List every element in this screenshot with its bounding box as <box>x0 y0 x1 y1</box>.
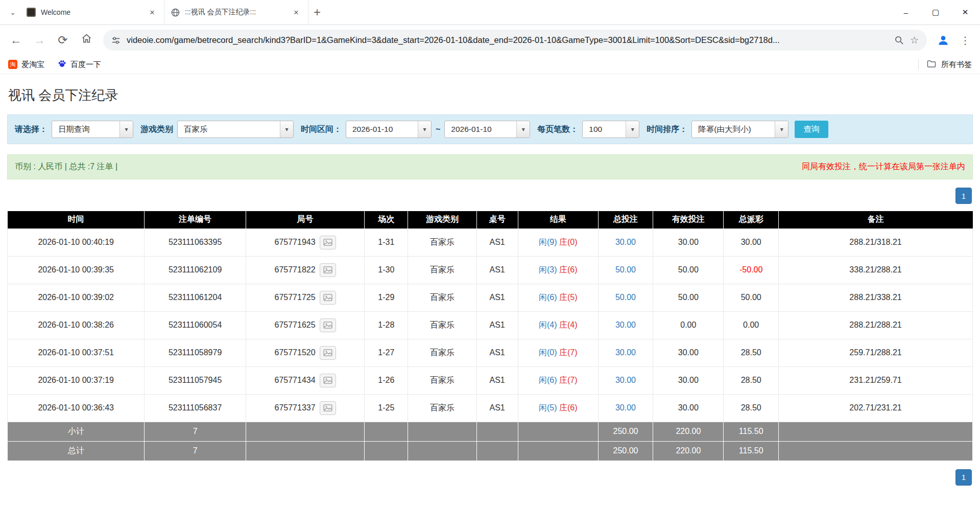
payout-value: 50.00 <box>741 293 761 302</box>
column-header: 注单编号 <box>145 211 246 228</box>
maximize-button[interactable]: ▢ <box>921 0 950 25</box>
round-replay-icon[interactable] <box>320 263 336 277</box>
note-warning: 同局有效投注，统一计算在该局第一张注单内 <box>802 162 965 172</box>
cell-payout: 50.00 <box>724 284 779 311</box>
column-header: 总派彩 <box>724 211 779 228</box>
result-player: 闲(5) <box>539 403 557 412</box>
pagination-page-1[interactable]: 1 <box>955 188 972 204</box>
subtotal-row: 小计7250.00220.00115.50 <box>8 422 973 441</box>
cell-game-kind: 百家乐 <box>408 366 476 394</box>
back-button[interactable]: ← <box>5 30 27 51</box>
footer-total-bet: 250.00 <box>598 422 653 441</box>
round-number: 675771625 <box>275 320 316 329</box>
profile-avatar[interactable] <box>933 30 953 51</box>
cell-payout: 30.00 <box>724 228 779 256</box>
cell-valid-bet: 0.00 <box>653 311 724 339</box>
bookmarks-bar: 淘 爱淘宝 百度一下 所有书签 <box>0 55 980 74</box>
cell-table-no: AS1 <box>476 311 518 339</box>
zoom-icon[interactable] <box>894 35 904 45</box>
cell-payout: 0.00 <box>724 311 779 339</box>
cell-game-kind: 百家乐 <box>408 394 476 422</box>
home-button[interactable] <box>76 30 97 51</box>
cell-payout: 28.50 <box>724 366 779 394</box>
footer-count: 7 <box>145 441 246 461</box>
total-bet-link[interactable]: 50.00 <box>615 293 636 302</box>
per-page-label: 每页笔数： <box>537 124 578 135</box>
payout-value: 28.50 <box>741 376 761 384</box>
date-start-select[interactable]: 2026-01-10 ▾ <box>346 121 432 138</box>
tab-title: :::视讯 会员下注纪录::: <box>185 8 285 17</box>
bookmark-aitaobao[interactable]: 淘 爱淘宝 <box>8 60 44 70</box>
tab-search-button[interactable]: ⌄ <box>5 5 20 20</box>
total-bet-link[interactable]: 50.00 <box>615 265 636 274</box>
round-replay-icon[interactable] <box>320 318 336 332</box>
table-row: 2026-01-10 00:37:19523111057945675771434… <box>8 366 973 394</box>
query-type-select[interactable]: 日期查询 ▾ <box>52 121 133 138</box>
cell-valid-bet: 30.00 <box>653 366 724 394</box>
cell-result: 闲(6) 庄(5) <box>518 284 598 311</box>
cell-result: 闲(4) 庄(4) <box>518 311 598 339</box>
reload-button[interactable]: ⟳ <box>52 30 74 51</box>
close-button[interactable]: ✕ <box>950 0 980 25</box>
cell-table-no: AS1 <box>476 256 518 284</box>
game-kind-select[interactable]: 百家乐 ▾ <box>177 121 294 138</box>
date-end-select[interactable]: 2026-01-10 ▾ <box>444 121 530 138</box>
result-banker: 庄(7) <box>559 348 578 357</box>
minimize-button[interactable]: – <box>891 0 921 25</box>
url-text[interactable]: videoie.com/game/betrecord_search/kind3?… <box>127 35 888 45</box>
round-replay-icon[interactable] <box>320 346 336 360</box>
round-replay-icon[interactable] <box>320 374 336 387</box>
bet-table-header-row: 时间注单编号局号场次游戏类别桌号结果总投注有效投注总派彩备注 <box>8 211 973 228</box>
cell-bet-id: 523111056837 <box>145 394 246 422</box>
site-settings-icon[interactable] <box>111 36 121 45</box>
all-bookmarks[interactable]: 所有书签 <box>918 59 972 70</box>
page-title: 视讯 会员下注纪录 <box>8 86 973 104</box>
per-page-select[interactable]: 100 ▾ <box>582 121 639 138</box>
total-bet-link[interactable]: 30.00 <box>615 348 636 357</box>
date-range-label: 时间区间： <box>301 124 342 135</box>
forward-button[interactable]: → <box>29 30 50 51</box>
total-bet-link[interactable]: 30.00 <box>615 238 636 246</box>
taobao-icon: 淘 <box>8 60 17 69</box>
chevron-down-icon: ▾ <box>626 121 639 137</box>
browser-menu-icon[interactable]: ⋮ <box>955 30 975 51</box>
round-replay-icon[interactable] <box>320 291 336 305</box>
tab-title: Welcome <box>41 8 141 16</box>
tab-bar: ⌄ Welcome ✕ :::视讯 会员下注纪录::: ✕ + – ▢ ✕ <box>0 0 980 25</box>
column-header: 桌号 <box>476 211 518 228</box>
round-replay-icon[interactable] <box>320 401 336 415</box>
url-bar[interactable]: videoie.com/game/betrecord_search/kind3?… <box>103 30 927 51</box>
cell-session: 1-31 <box>365 228 408 256</box>
cell-time: 2026-01-10 00:39:35 <box>8 256 145 284</box>
new-tab-button[interactable]: + <box>308 4 326 21</box>
round-number: 675771822 <box>275 265 316 273</box>
pagination-page-1[interactable]: 1 <box>955 469 972 486</box>
tab-close-icon[interactable]: ✕ <box>291 7 302 18</box>
cell-note: 288.21/288.21 <box>779 311 973 339</box>
bet-table-footer: 小计7250.00220.00115.50总计7250.00220.00115.… <box>8 422 973 461</box>
tab-welcome[interactable]: Welcome ✕ <box>20 0 164 25</box>
bookmark-baidu[interactable]: 百度一下 <box>58 59 101 70</box>
total-bet-link[interactable]: 30.00 <box>615 320 636 329</box>
tab-close-icon[interactable]: ✕ <box>147 7 158 18</box>
bookmark-star-icon[interactable]: ☆ <box>910 34 919 46</box>
cell-total-bet: 30.00 <box>598 394 653 422</box>
query-button[interactable]: 查询 <box>795 121 828 138</box>
all-bookmarks-label: 所有书签 <box>941 60 972 70</box>
total-bet-link[interactable]: 30.00 <box>615 403 636 412</box>
total-bet-link[interactable]: 30.00 <box>615 376 636 384</box>
result-player: 闲(9) <box>539 238 557 246</box>
baidu-paw-icon <box>58 59 66 70</box>
cell-note: 231.21/259.71 <box>779 366 973 394</box>
cell-valid-bet: 30.00 <box>653 228 724 256</box>
chevron-down-icon: ▾ <box>418 121 431 137</box>
cell-time: 2026-01-10 00:37:51 <box>8 339 145 366</box>
sort-select[interactable]: 降幂(由大到小) ▾ <box>691 121 788 138</box>
cell-bet-id: 523111063395 <box>145 228 246 256</box>
tab-betrecord[interactable]: :::视讯 会员下注纪录::: ✕ <box>164 0 308 25</box>
chevron-down-icon: ▾ <box>775 121 788 137</box>
date-separator: ~ <box>436 125 440 134</box>
cell-table-no: AS1 <box>476 366 518 394</box>
browser-toolbar: ← → ⟳ videoie.com/game/betrecord_search/… <box>0 25 980 55</box>
round-replay-icon[interactable] <box>320 236 336 249</box>
